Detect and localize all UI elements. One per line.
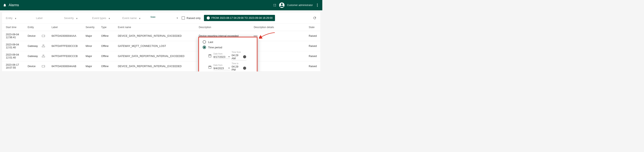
cell-state: Raised — [307, 61, 320, 72]
radio-last[interactable]: Last — [203, 40, 253, 44]
svg-point-1 — [317, 4, 318, 4]
cell-event-name: DEVICE_DATA_REPORTING_INTERVAL_EXCEEDED — [116, 61, 197, 72]
more-vert-icon[interactable] — [315, 3, 320, 7]
table-row[interactable]: 2023-09-04 12:56:41Device647FDA0300004AA… — [2, 31, 320, 41]
filters-bar: Entity▼ Label Severity▼ Event types▼ Eve… — [2, 12, 320, 24]
date-to-field[interactable]: Date from 9/4/2023▼ — [214, 64, 230, 70]
time-range-popup: Last Time period Date from 8/17/2023▼ Ti… — [198, 37, 258, 72]
cell-event-name: GATEWAY_DATA_REPORTING_INTERVAL_EXCEEDED — [116, 51, 197, 61]
alarms-panel: Entity▼ Label Severity▼ Event types▼ Eve… — [2, 12, 320, 72]
cell-start-time: 2023-09-04 12:01:40 — [2, 41, 26, 51]
chevron-down-icon: ▼ — [15, 17, 17, 20]
chevron-down-icon: ▼ — [139, 17, 141, 20]
cell-start-time: 2023-09-04 12:01:40 — [2, 51, 26, 61]
cell-entity: Device — [26, 31, 50, 41]
clock-icon — [243, 66, 246, 70]
col-state: State — [307, 24, 320, 31]
col-severity: Severity — [84, 24, 100, 31]
radio-time-period[interactable]: Time period — [203, 46, 253, 49]
time-range-chip[interactable]: FROM 2023-08-17 04:29:00 TO 2023-09-04 1… — [204, 15, 275, 21]
cell-entity: Gateway — [26, 41, 50, 51]
radio-icon — [203, 40, 206, 44]
cell-description-details: ••• — [252, 41, 307, 51]
table-row[interactable]: 2023-09-04 12:01:40Gateway647FDAFFFE00CC… — [2, 51, 320, 61]
chevron-down-icon: ▼ — [76, 17, 78, 20]
cell-state: Raised — [307, 51, 320, 61]
cell-state: Raised — [307, 41, 320, 51]
col-entity: Entity — [26, 24, 50, 31]
cell-severity: Major — [84, 51, 100, 61]
page-title: Alarms — [9, 3, 19, 7]
time-to-field[interactable]: Time to 04:29 PM — [232, 62, 246, 72]
bell-icon — [3, 3, 6, 7]
filter-label[interactable]: Label — [36, 16, 61, 20]
cell-type: Offline — [100, 31, 116, 41]
filter-entity[interactable]: Entity▼ — [6, 16, 33, 20]
svg-rect-6 — [42, 46, 45, 47]
device-icon — [42, 64, 45, 68]
table-row[interactable]: 2023-08-17 18:07:55Device647FDA0300004AA… — [2, 61, 320, 72]
checkbox-icon — [182, 16, 185, 20]
calendar-icon[interactable] — [208, 54, 212, 58]
svg-point-3 — [317, 6, 318, 6]
cell-label: 647FDAFFFE00CCCB — [50, 51, 84, 61]
filter-state[interactable]: State ▼ — [150, 17, 178, 19]
filter-event-name[interactable]: Event name▼ — [122, 16, 147, 20]
table-header-row: Start time Entity Label Severity Type Ev… — [2, 24, 320, 31]
table-row[interactable]: 2023-09-04 12:01:40Gateway647FDAFFFE00CC… — [2, 41, 320, 51]
svg-point-9 — [44, 66, 44, 66]
app-header: Alarms Customer administrator — [0, 0, 322, 10]
radio-selected-icon — [203, 46, 206, 49]
cell-start-time: 2023-08-17 18:07:55 — [2, 61, 26, 72]
cell-label: 647FDAFFFE00CCCB — [50, 41, 84, 51]
gateway-icon — [42, 54, 45, 58]
clock-icon — [206, 16, 210, 20]
cell-type: Offline — [100, 41, 116, 51]
clock-icon — [243, 55, 246, 59]
chevron-down-icon: ▼ — [176, 17, 178, 19]
cell-description-details: ••• — [252, 61, 307, 72]
chevron-down-icon: ▼ — [108, 17, 110, 20]
refresh-icon[interactable] — [313, 16, 316, 20]
calendar-icon[interactable] — [208, 65, 212, 69]
cell-event-name: DEVICE_DATA_REPORTING_INTERVAL_EXCEEDED — [116, 31, 197, 41]
chevron-down-icon: ▼ — [228, 56, 230, 58]
cell-description-details: ••• — [252, 31, 307, 41]
user-role-label: Customer administrator — [287, 4, 313, 6]
cell-severity: Major — [84, 31, 100, 41]
col-type: Type — [100, 24, 116, 31]
device-icon — [42, 34, 45, 38]
chevron-down-icon: ▼ — [228, 67, 230, 69]
col-event-name: Event name — [116, 24, 197, 31]
svg-point-2 — [317, 5, 318, 5]
cell-severity: Major — [84, 61, 100, 72]
cell-start-time: 2023-09-04 12:56:41 — [2, 31, 26, 41]
cell-type: Offline — [100, 61, 116, 72]
cell-event-name: GATEWAY_MQTT_CONNECTION_LOST — [116, 41, 197, 51]
col-start-time: Start time — [2, 24, 26, 31]
cell-severity: Minor — [84, 41, 100, 51]
cell-label: 647FDA0300004AAA — [50, 31, 84, 41]
cell-type: Offline — [100, 51, 116, 61]
avatar-icon[interactable] — [279, 2, 284, 8]
filter-event-types[interactable]: Event types▼ — [92, 16, 119, 20]
col-label: Label — [50, 24, 84, 31]
cell-state: Raised — [307, 31, 320, 41]
cell-entity: Gateway — [26, 51, 50, 61]
time-from-field[interactable]: Time from 04:29 AM — [232, 51, 246, 60]
alarms-table: Start time Entity Label Severity Type Ev… — [2, 24, 320, 72]
gateway-icon — [42, 44, 45, 48]
col-description: Description — [197, 24, 252, 31]
cell-description-details: ••• — [252, 51, 307, 61]
cell-label: 647FDA0300004AAB — [50, 61, 84, 72]
cell-entity: Device — [26, 61, 50, 72]
svg-rect-7 — [42, 56, 45, 58]
raised-only-checkbox[interactable]: Raised only — [182, 16, 200, 20]
col-description-details: Description details — [252, 24, 307, 31]
svg-point-5 — [44, 36, 44, 36]
fullscreen-icon[interactable] — [273, 3, 277, 7]
date-from-field[interactable]: Date from 8/17/2023▼ — [214, 53, 230, 59]
filter-severity[interactable]: Severity▼ — [64, 16, 89, 20]
